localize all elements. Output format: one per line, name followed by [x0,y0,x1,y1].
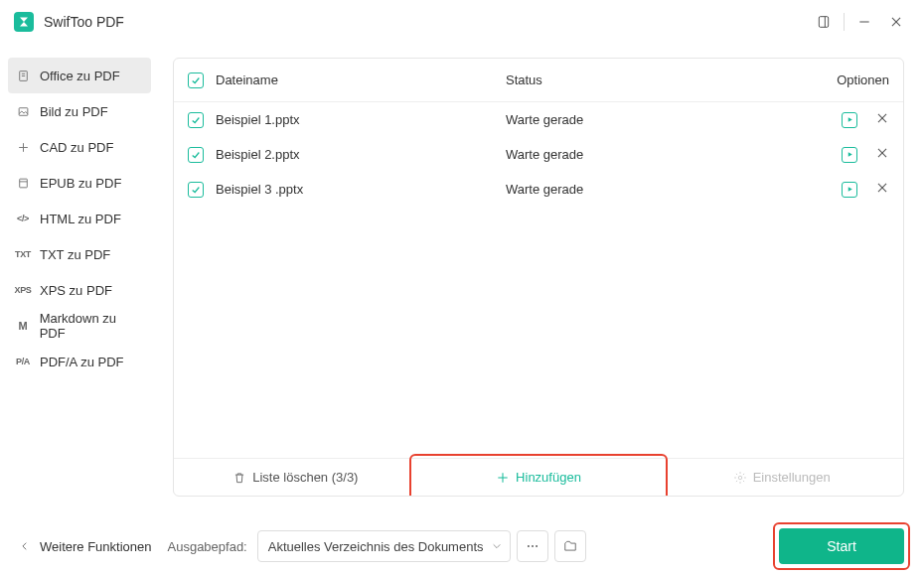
sidebar-item-office[interactable]: Office zu PDF [8,58,151,93]
row-checkbox[interactable] [188,182,204,198]
svg-point-26 [536,545,538,547]
settings-label: Einstellungen [753,470,831,485]
file-name: Beispiel 2.pptx [216,147,506,162]
image-icon [16,105,30,118]
select-all-checkbox[interactable] [188,72,204,88]
sidebar-item-markdown[interactable]: M Markdown zu PDF [8,308,151,344]
html-icon: </> [16,214,30,223]
output-path-select[interactable]: Aktuelles Verzeichnis des Dokuments [257,530,511,562]
clear-list-button[interactable]: Liste löschen (3/3) [174,459,417,496]
output-path-value: Aktuelles Verzeichnis des Dokuments [268,539,484,554]
content: Dateiname Status Optionen Beispiel 1.ppt… [159,44,924,497]
svg-marker-18 [847,187,851,192]
xps-icon: XPS [16,285,30,295]
sidebar-item-label: CAD zu PDF [40,140,113,155]
sidebar-item-pdfa[interactable]: P/A PDF/A zu PDF [8,344,151,379]
svg-point-23 [738,476,742,480]
file-status: Warte gerade [506,147,804,162]
sidebar-item-cad[interactable]: CAD zu PDF [8,129,151,165]
output-path-label: Ausgabepfad: [168,539,247,554]
more-options-button[interactable] [517,530,548,562]
remove-icon[interactable] [875,181,889,198]
sidebar-item-label: XPS zu PDF [40,283,112,298]
chevron-left-icon [20,539,30,553]
clear-list-label: Liste löschen (3/3) [252,470,358,485]
pdfa-icon: P/A [16,357,30,366]
cad-icon [16,141,30,154]
svg-rect-0 [819,17,828,28]
plus-icon [496,471,510,485]
add-file-button[interactable]: Hinzufügen [417,459,661,496]
svg-marker-12 [847,117,851,122]
sidebar-item-label: Bild zu PDF [40,104,108,119]
remove-icon[interactable] [875,146,889,163]
trash-icon [232,471,246,485]
svg-point-25 [532,545,534,547]
divider [844,13,845,31]
svg-point-24 [527,545,529,547]
table-row: Beispiel 3 .pptx Warte gerade [174,172,903,207]
header-status: Status [506,72,804,87]
play-icon[interactable] [842,147,857,163]
start-label: Start [827,538,856,554]
sidebar-item-label: HTML zu PDF [40,212,121,226]
sidebar-item-label: TXT zu PDF [40,247,110,262]
txt-icon: TXT [16,249,30,259]
sidebar-item-label: Markdown zu PDF [40,311,143,341]
sidebar-item-image[interactable]: Bild zu PDF [8,93,151,129]
start-button[interactable]: Start [779,528,904,564]
titlebar: SwifToo PDF [0,0,924,44]
app-title: SwifToo PDF [44,14,124,30]
file-table: Dateiname Status Optionen Beispiel 1.ppt… [173,58,904,497]
file-status: Warte gerade [506,182,804,197]
more-functions-label: Weitere Funktionen [40,539,152,554]
sidebar-item-txt[interactable]: TXT TXT zu PDF [8,236,151,272]
sidebar-item-epub[interactable]: EPUB zu PDF [8,165,151,201]
file-name: Beispiel 3 .pptx [216,182,506,197]
svg-marker-15 [847,152,851,157]
table-footer: Liste löschen (3/3) Hinzufügen Einstellu… [174,458,903,496]
svg-rect-10 [19,179,27,188]
close-button[interactable] [880,6,912,38]
sidebar-item-html[interactable]: </> HTML zu PDF [8,201,151,236]
play-icon[interactable] [842,182,857,198]
header-options: Optionen [804,72,889,87]
file-name: Beispiel 1.pptx [216,112,506,127]
row-checkbox[interactable] [188,112,204,128]
sidebar-item-xps[interactable]: XPS XPS zu PDF [8,272,151,308]
add-file-label: Hinzufügen [516,470,581,485]
epub-icon [16,177,30,190]
bottom-bar: Weitere Funktionen Ausgabepfad: Aktuelle… [0,497,924,576]
row-checkbox[interactable] [188,147,204,163]
browse-folder-button[interactable] [554,530,586,562]
play-icon[interactable] [842,112,857,128]
folder-icon [563,539,577,553]
file-status: Warte gerade [506,112,804,127]
office-icon [16,70,30,82]
header-name: Dateiname [216,72,506,87]
dots-icon [526,539,539,553]
sidebar-item-label: Office zu PDF [40,69,120,83]
table-row: Beispiel 2.pptx Warte gerade [174,137,903,172]
remove-icon[interactable] [875,111,889,128]
window-action-icon[interactable] [808,6,840,38]
table-row: Beispiel 1.pptx Warte gerade [174,102,903,137]
minimize-button[interactable] [848,6,880,38]
sidebar: Office zu PDF Bild zu PDF CAD zu PDF EPU… [0,44,159,497]
app-logo [14,12,34,32]
more-functions-link[interactable]: Weitere Funktionen [20,539,152,554]
settings-button[interactable]: Einstellungen [660,459,903,496]
table-header: Dateiname Status Optionen [174,59,903,102]
markdown-icon: M [16,320,30,332]
svg-rect-7 [19,107,28,115]
sidebar-item-label: EPUB zu PDF [40,176,121,191]
sidebar-item-label: PDF/A zu PDF [40,355,124,369]
chevron-down-icon [492,541,502,551]
gear-icon [733,471,747,485]
